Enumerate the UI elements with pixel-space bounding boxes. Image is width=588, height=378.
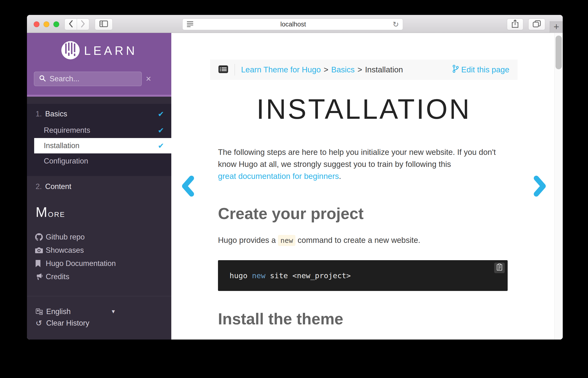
search-icon: [39, 75, 46, 83]
share-button[interactable]: [507, 18, 523, 30]
back-button[interactable]: [65, 18, 77, 30]
code-keyword: new: [252, 271, 265, 280]
language-icon: [36, 308, 46, 315]
sidebar-item-installation[interactable]: Installation ✔: [34, 138, 171, 153]
check-icon: ✔: [158, 126, 164, 135]
clear-history-label: Clear History: [46, 319, 89, 327]
sidebar-item-basics[interactable]: 1. Basics ✔: [27, 105, 171, 123]
sidebar-toggle-button[interactable]: [95, 18, 113, 30]
edit-label: Edit this page: [461, 65, 509, 74]
prev-page-arrow[interactable]: [182, 176, 194, 198]
breadcrumb-separator: >: [357, 65, 362, 74]
clipboard-icon: [496, 264, 503, 272]
main-content: Learn Theme for Hugo > Basics > Installa…: [171, 33, 563, 339]
browser-toolbar: localhost ↻ +: [27, 15, 563, 33]
sidebar-item-credits[interactable]: Credits: [27, 270, 171, 283]
reader-icon[interactable]: [186, 21, 194, 28]
check-icon: ✔: [158, 141, 164, 150]
intro-period: .: [339, 172, 341, 181]
close-button[interactable]: [34, 21, 40, 27]
link-label: Github repo: [46, 233, 85, 242]
minimize-button[interactable]: [43, 21, 49, 27]
text-after-code: command to create a new website.: [295, 236, 420, 244]
edit-this-page-link[interactable]: Edit this page: [452, 65, 509, 75]
page-label: Configuration: [44, 157, 88, 165]
tabs-overview-button[interactable]: [528, 18, 545, 30]
breadcrumb-link-home[interactable]: Learn Theme for Hugo: [241, 65, 321, 74]
topic-number: 2.: [36, 182, 42, 191]
desktop-background: localhost ↻ +: [0, 0, 588, 378]
caret-down-icon: ▼: [111, 309, 116, 315]
forward-button[interactable]: [77, 18, 89, 30]
check-icon: ✔: [158, 110, 164, 119]
scrollbar-thumb[interactable]: [556, 36, 562, 69]
next-page-arrow[interactable]: [534, 176, 546, 198]
sidebar-item-content[interactable]: 2. Content: [27, 178, 171, 195]
tabs-icon: [533, 20, 541, 28]
page-label: Installation: [44, 141, 79, 150]
scrollbar-track: [554, 33, 563, 339]
breadcrumb-current-page: Installation: [365, 65, 403, 74]
page-title: INSTALLATION: [210, 95, 518, 123]
app-body: LEARN ✕ 1. Basics ✔: [27, 33, 563, 339]
sidebar-item-configuration[interactable]: Configuration: [27, 153, 171, 169]
more-links: Github repo Showcases Hugo Documentation: [27, 230, 171, 283]
code-block: hugo new site <new_project>: [218, 260, 508, 291]
inline-code: new: [278, 235, 295, 246]
zoom-button[interactable]: [54, 21, 59, 27]
section-heading-install: Install the theme: [210, 310, 518, 327]
copy-button[interactable]: [494, 263, 505, 273]
sidebar-item-hugo-documentation[interactable]: Hugo Documentation: [27, 257, 171, 270]
topic-label: Content: [45, 182, 71, 191]
language-selector[interactable]: English ▼: [27, 306, 171, 317]
more-heading: More: [27, 205, 171, 221]
search-box: ✕: [34, 72, 142, 86]
link-label: Credits: [46, 272, 69, 281]
learn-logo-icon: [61, 41, 80, 61]
intro-paragraph: The following steps are here to help you…: [210, 146, 518, 182]
link-label: Showcases: [46, 246, 84, 255]
browser-window: localhost ↻ +: [27, 15, 563, 339]
chevron-left-icon: [68, 20, 73, 29]
github-icon: [35, 233, 46, 241]
sidebar-footer: English ▼ ↺ Clear History: [27, 296, 171, 339]
topic-number: 1.: [36, 110, 42, 118]
clear-search-icon[interactable]: ✕: [146, 75, 151, 83]
sidebar-item-requirements[interactable]: Requirements ✔: [27, 123, 171, 138]
intro-line-2: know Hugo at all, we strongly suggest yo…: [218, 160, 451, 169]
doc-link[interactable]: great documentation for beginners: [218, 172, 339, 181]
search-input[interactable]: [50, 75, 146, 83]
text-before-code: Hugo provides a: [218, 236, 278, 244]
breadcrumb-divider: [234, 64, 235, 76]
plus-icon: +: [554, 22, 559, 31]
traffic-lights: [34, 21, 59, 27]
sidebar-menu: 1. Basics ✔ Requirements ✔ Installation …: [27, 104, 171, 176]
bookmark-icon: [35, 260, 46, 267]
brand-text: LEARN: [84, 44, 137, 58]
breadcrumb-link-basics[interactable]: Basics: [331, 65, 355, 74]
breadcrumb-separator: >: [324, 65, 328, 74]
section-heading-create: Create your project: [210, 205, 518, 222]
sidebar: LEARN ✕ 1. Basics ✔: [27, 33, 171, 339]
clear-history-button[interactable]: ↺ Clear History: [27, 317, 171, 329]
page-label: Requirements: [44, 126, 90, 135]
site-logo[interactable]: LEARN: [27, 33, 171, 61]
reload-icon[interactable]: ↻: [393, 21, 399, 28]
history-icon: ↺: [36, 319, 46, 328]
history-nav-group: [65, 18, 89, 30]
language-label: English: [46, 307, 71, 316]
camera-icon: [35, 247, 46, 254]
share-icon: [511, 19, 519, 29]
megaphone-icon: [35, 273, 46, 281]
topic-label: Basics: [45, 110, 67, 118]
sidebar-header: LEARN ✕: [27, 33, 171, 95]
sidebar-item-showcases[interactable]: Showcases: [27, 243, 171, 257]
new-tab-button[interactable]: +: [550, 21, 563, 33]
sidebar-panel-icon: [99, 20, 108, 28]
address-bar[interactable]: localhost ↻: [182, 18, 403, 30]
url-text: localhost: [194, 21, 393, 28]
code-text: hugo new site <new_project>: [230, 271, 351, 280]
sidebar-item-github-repo[interactable]: Github repo: [27, 230, 171, 243]
link-label: Hugo Documentation: [46, 259, 116, 268]
breadcrumb: Learn Theme for Hugo > Basics > Installa…: [210, 60, 518, 80]
